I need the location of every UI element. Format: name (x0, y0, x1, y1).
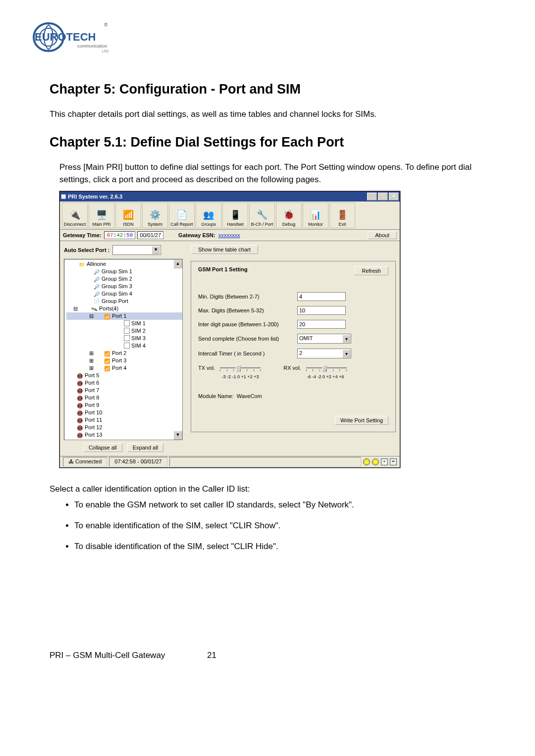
max-digits-input[interactable] (297, 306, 346, 315)
system-icon: ⚙️ (148, 208, 162, 222)
inter-digit-pause-input[interactable] (297, 320, 346, 329)
gateway-date-value: 00/01/27 (137, 231, 163, 239)
group-icon: 🔎 (93, 268, 100, 274)
send-complete-combo[interactable]: OMIT (297, 334, 351, 344)
port-setting-panel: Refresh GSM Port 1 Setting Min. Digits (… (191, 261, 396, 432)
port-icon: 📶 (104, 313, 110, 319)
tree-ports-parent[interactable]: ⊟🛰️Ports(4) (66, 305, 182, 312)
intro-paragraph: This chapter details port dial settings,… (50, 108, 485, 121)
tree-port-off[interactable]: 📵Port 14 (66, 439, 182, 440)
about-button[interactable]: About (368, 231, 397, 239)
tree-root[interactable]: 📁Allinone (66, 260, 182, 268)
min-digits-input[interactable] (297, 292, 346, 301)
bullet-item: To disable identification of the SIM, se… (74, 542, 485, 552)
port-off-icon: 📵 (76, 387, 83, 393)
toolbar-exit[interactable]: 🚪Exit (329, 202, 355, 228)
show-time-table-button[interactable]: Show time table chart (191, 245, 258, 254)
close-button[interactable]: × (389, 193, 399, 201)
sim-icon (124, 320, 130, 326)
toolbar-debug[interactable]: 🐞Debug (276, 202, 302, 228)
port-icon: 📶 (104, 365, 110, 371)
tree-port-off[interactable]: 📵Port 7 (66, 387, 182, 394)
expand-all-button[interactable]: Expand all (127, 443, 163, 452)
toolbar-call-report[interactable]: 📄Call Report (169, 202, 195, 228)
port-off-icon: 📵 (76, 409, 83, 415)
toolbar-monitor[interactable]: 📊Monitor (303, 202, 328, 228)
tree-port-1[interactable]: ⊟📶Port 1 (66, 312, 182, 320)
svg-text:®: ® (104, 22, 108, 28)
tree-port[interactable]: ⊞📶Port 4 (66, 364, 182, 372)
toolbar-handset[interactable]: 📱Handset (222, 202, 248, 228)
tree-group-sim[interactable]: 🔎Group Sim 1 (66, 268, 182, 275)
port-off-icon: 📵 (76, 432, 83, 438)
toolbar-bch-port[interactable]: 🔧B-Ch / Port (249, 202, 275, 228)
maximize-button[interactable]: □ (378, 193, 388, 201)
tx-vol-slider[interactable] (218, 363, 263, 372)
gateway-time-value: 07:42:58 (104, 231, 135, 239)
toolbar-isdn[interactable]: 📶ISDN (115, 202, 141, 228)
tree-group-sim[interactable]: 🔎Group Sim 4 (66, 290, 182, 298)
inter-digit-pause-label: Inter digit pause (Between 1-200) (198, 321, 297, 327)
disconnect-icon: 🔌 (68, 208, 82, 222)
tree-port-off[interactable]: 📵Port 6 (66, 379, 182, 387)
tree-port[interactable]: ⊞📶Port 2 (66, 350, 182, 357)
toolbar-disconnect[interactable]: 🔌Disconnect (62, 202, 88, 228)
tree-sim[interactable]: SIM 4 (66, 342, 182, 350)
write-port-setting-button[interactable]: Write Port Setting (335, 416, 388, 425)
intercall-timer-combo[interactable]: 2 (297, 349, 351, 358)
tree-port-off[interactable]: 📵Port 13 (66, 431, 182, 439)
toolbar-system[interactable]: ⚙️System (142, 202, 168, 228)
port-off-icon: 📵 (76, 424, 83, 430)
groups-icon: 👥 (202, 208, 215, 222)
bullet-item: To enable identification of the SIM, sel… (74, 521, 485, 531)
group-icon: 🔎 (93, 283, 100, 289)
bullet-item: To enable the GSM network to set caller … (74, 500, 485, 510)
info-bar: Geteway Time: 07:42:58 00/01/27 Gateway … (60, 230, 400, 241)
app-icon: ▦ (61, 193, 66, 200)
toolbar-groups[interactable]: 👥Groups (196, 202, 221, 228)
isdn-icon: 📶 (121, 208, 135, 222)
toolbar-main-pri[interactable]: 🖥️Main PRI (89, 202, 114, 228)
tree-group-sim[interactable]: 🔎Group Sim 2 (66, 275, 182, 283)
window-titlebar[interactable]: ▦ PRI System ver. 2.6.3 _ □ × (60, 192, 400, 202)
group-icon: 🔎 (93, 276, 100, 282)
tree-sim[interactable]: SIM 1 (66, 320, 182, 327)
ports-tree[interactable]: ▲ 📁Allinone 🔎Group Sim 1 🔎Group Sim 2 🔎G… (64, 259, 183, 440)
port-off-icon: 📵 (76, 402, 83, 408)
port-off-icon: 📵 (76, 380, 83, 386)
sim-icon (124, 328, 130, 334)
tree-port-off[interactable]: 📵Port 11 (66, 416, 182, 424)
tree-group-sim[interactable]: 🔎Group Sim 3 (66, 283, 182, 290)
auto-select-port-label: Auto Select Port : (64, 247, 109, 253)
footer-title: PRI – GSM Multi-Cell Gateway (50, 651, 165, 660)
tree-port-off[interactable]: 📵Port 8 (66, 394, 182, 402)
tree-group-port[interactable]: 📄Group Port (66, 298, 182, 305)
debug-icon: 🐞 (282, 208, 296, 222)
status-box-icon: ▪▪ (390, 458, 397, 465)
send-complete-label: Send complete (Choose from list) (198, 336, 297, 342)
gateway-esn-value[interactable]: xxxxxxxx (218, 232, 240, 238)
svg-text:communication: communication (77, 44, 107, 49)
tree-port[interactable]: ⊞📶Port 3 (66, 357, 182, 364)
tree-scroll-down[interactable]: ▼ (173, 431, 182, 440)
tree-port-off[interactable]: 📵Port 9 (66, 402, 182, 409)
minimize-button[interactable]: _ (367, 193, 377, 201)
port-off-icon: 📵 (76, 417, 83, 423)
press-paragraph: Press [Main PRI] button to define dial s… (59, 161, 485, 186)
rx-vol-label: RX vol. (283, 365, 301, 371)
collapse-all-button[interactable]: Collapse all (83, 443, 122, 452)
tree-port-off[interactable]: 📵Port 10 (66, 409, 182, 416)
tree-sim[interactable]: SIM 2 (66, 327, 182, 335)
status-led-icon (363, 458, 370, 465)
auto-select-port-combo[interactable] (112, 245, 161, 255)
tree-port-off[interactable]: 📵Port 12 (66, 424, 182, 431)
handset-icon: 📱 (228, 208, 242, 222)
logo: EUROTECH communication LTD. ® (30, 20, 485, 57)
rx-vol-slider[interactable] (304, 363, 349, 372)
tree-port-off[interactable]: 📵Port 5 (66, 372, 182, 379)
refresh-button[interactable]: Refresh (354, 266, 388, 275)
port-off-icon: 📵 (76, 372, 83, 378)
sim-icon (124, 343, 130, 349)
tree-scroll-up[interactable]: ▲ (173, 259, 182, 268)
tree-sim[interactable]: SIM 3 (66, 335, 182, 342)
